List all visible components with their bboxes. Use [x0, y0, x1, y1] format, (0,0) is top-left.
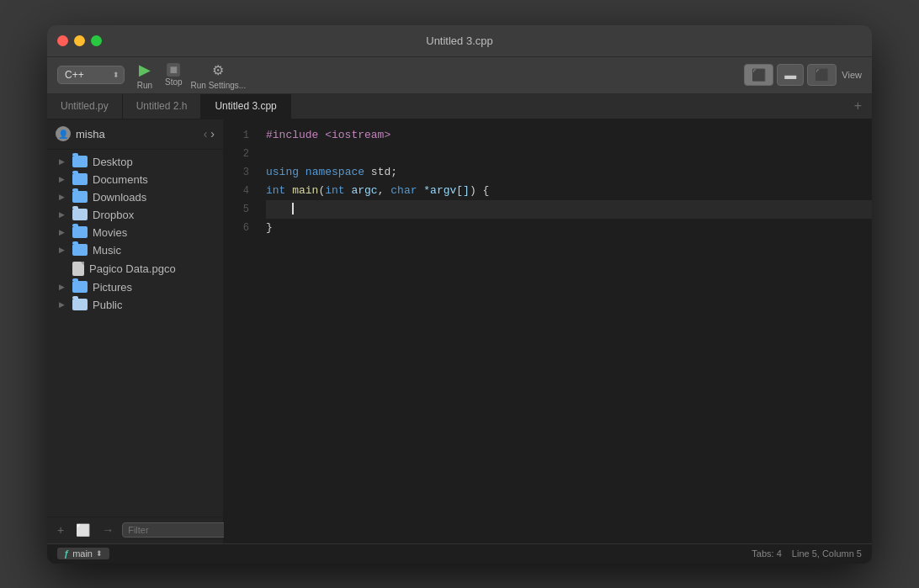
language-select[interactable]: C++ C Python JavaScript — [57, 66, 125, 84]
expand-arrow-icon: ▶ — [59, 193, 67, 201]
sidebar-file-list: ▶ Desktop ▶ Documents ▶ Downloads — [47, 150, 223, 516]
maximize-button[interactable] — [91, 35, 102, 46]
folder-icon — [72, 299, 88, 310]
tabs-bar: Untitled.py Untitled 2.h Untitled 3.cpp … — [47, 94, 872, 119]
code-line-1: #include <iostream> — [266, 126, 872, 145]
expand-arrow-icon: ▶ — [59, 283, 67, 291]
language-select-wrapper[interactable]: C++ C Python JavaScript ⬍ — [57, 66, 125, 84]
settings-icon: ⚙ — [206, 60, 230, 80]
tab-untitled-3cpp[interactable]: Untitled 3.cpp — [201, 94, 290, 119]
run-label: Run — [137, 81, 152, 90]
sidebar: 👤 misha ‹ › ▶ Desktop ▶ Documen — [47, 119, 224, 543]
run-settings-button[interactable]: ⚙ Run Settings... — [191, 60, 247, 90]
title-bar: Untitled 3.cpp — [47, 25, 872, 57]
sidebar-item-downloads[interactable]: ▶ Downloads — [47, 188, 223, 206]
app-window: Untitled 3.cpp C++ C Python JavaScript ⬍… — [47, 25, 872, 564]
line-numbers: 1 2 3 4 5 6 — [224, 119, 258, 543]
folder-icon — [72, 209, 88, 220]
tab-untitled-py[interactable]: Untitled.py — [47, 94, 123, 119]
folder-icon — [72, 156, 88, 167]
expand-arrow-icon: ▶ — [59, 300, 67, 309]
sidebar-item-label: Desktop — [93, 156, 133, 168]
minimize-button[interactable] — [74, 35, 85, 46]
toolbar-view-controls: ⬛ ▬ ⬛ View — [744, 64, 862, 86]
expand-arrow-icon: ▶ — [59, 246, 67, 254]
sidebar-item-dropbox[interactable]: ▶ Dropbox — [47, 206, 223, 224]
sidebar-footer: + ⬜ → — [47, 516, 223, 543]
code-line-6: } — [266, 219, 872, 237]
expand-arrow-icon: ▶ — [59, 157, 67, 166]
tab-untitled-2h[interactable]: Untitled 2.h — [123, 94, 202, 119]
settings-label: Run Settings... — [191, 81, 247, 90]
status-bar-right: Tabs: 4 Line 5, Column 5 — [752, 548, 862, 559]
code-line-3: using namespace std; — [266, 163, 872, 182]
view-split-button[interactable]: ⬛ — [807, 64, 837, 86]
nav-back-button[interactable]: ‹ — [204, 127, 208, 140]
sidebar-item-public[interactable]: ▶ Public — [47, 296, 223, 314]
code-editor[interactable]: 1 2 3 4 5 6 #include <iostream> using na… — [224, 119, 872, 543]
user-avatar: 👤 — [56, 126, 71, 141]
sidebar-item-pictures[interactable]: ▶ Pictures — [47, 278, 223, 296]
sidebar-item-music[interactable]: ▶ Music — [47, 241, 223, 259]
expand-arrow-icon: ▶ — [59, 228, 67, 236]
sidebar-item-label: Dropbox — [93, 209, 134, 221]
close-button[interactable] — [57, 35, 68, 46]
run-button[interactable]: ▶ Run — [133, 60, 157, 90]
sidebar-item-label: Pictures — [93, 281, 132, 294]
editor-area[interactable]: 1 2 3 4 5 6 #include <iostream> using na… — [224, 119, 872, 543]
sidebar-item-pagico[interactable]: Pagico Data.pgco — [47, 259, 223, 278]
sidebar-item-movies[interactable]: ▶ Movies — [47, 224, 223, 241]
add-file-button[interactable]: + — [54, 522, 67, 538]
main-content: 👤 misha ‹ › ▶ Desktop ▶ Documen — [47, 119, 872, 543]
stop-label: Stop — [165, 77, 183, 87]
function-indicator[interactable]: ƒ main ⬍ — [57, 548, 109, 559]
expand-arrow-icon: ▶ — [59, 175, 67, 183]
sidebar-item-label: Documents — [93, 173, 148, 186]
sidebar-item-label: Downloads — [93, 191, 146, 204]
cursor-position: Line 5, Column 5 — [792, 548, 862, 559]
folder-icon — [72, 226, 88, 238]
code-line-4: int main(int argc, char *argv[]) { — [266, 182, 872, 200]
nav-arrows: ‹ › — [204, 127, 215, 140]
function-chevron-icon: ⬍ — [96, 549, 103, 558]
folder-icon — [72, 281, 88, 293]
function-icon: ƒ — [64, 548, 69, 559]
run-icon: ▶ — [133, 60, 157, 80]
sidebar-item-label: Pagico Data.pgco — [89, 262, 176, 275]
status-bar: ƒ main ⬍ Tabs: 4 Line 5, Column 5 — [47, 543, 872, 564]
stop-icon: ■ — [167, 63, 180, 77]
sidebar-item-label: Movies — [93, 226, 127, 239]
nav-forward-button[interactable]: › — [210, 127, 215, 140]
toolbar: C++ C Python JavaScript ⬍ ▶ Run ■ Stop ⚙… — [47, 57, 872, 94]
add-tab-button[interactable]: + — [844, 94, 872, 119]
code-lines[interactable]: #include <iostream> using namespace std;… — [258, 119, 872, 543]
folder-icon — [72, 191, 88, 203]
view-sidebar-button[interactable]: ⬛ — [744, 64, 773, 86]
window-title: Untitled 3.cpp — [426, 34, 493, 47]
view-label: View — [842, 70, 862, 80]
code-line-2 — [266, 145, 872, 163]
sidebar-item-label: Public — [93, 299, 122, 311]
expand-arrow-icon: ▶ — [59, 210, 67, 219]
code-line-5 — [266, 200, 872, 219]
status-bar-left: ƒ main ⬍ — [57, 548, 109, 559]
add-folder-button[interactable]: ⬜ — [72, 522, 93, 538]
folder-icon — [72, 244, 88, 256]
function-name: main — [72, 548, 93, 559]
sidebar-item-label: Music — [93, 244, 121, 257]
sidebar-header: 👤 misha ‹ › — [47, 119, 223, 150]
file-icon — [72, 262, 84, 276]
sidebar-item-desktop[interactable]: ▶ Desktop — [47, 153, 223, 171]
folder-icon — [72, 173, 88, 185]
tabs-info: Tabs: 4 — [752, 548, 781, 559]
stop-button[interactable]: ■ Stop — [165, 63, 183, 87]
reveal-file-button[interactable]: → — [98, 522, 117, 538]
user-name: misha — [76, 128, 199, 140]
traffic-lights — [57, 35, 102, 46]
view-editor-button[interactable]: ▬ — [777, 64, 804, 86]
sidebar-item-documents[interactable]: ▶ Documents — [47, 171, 223, 188]
